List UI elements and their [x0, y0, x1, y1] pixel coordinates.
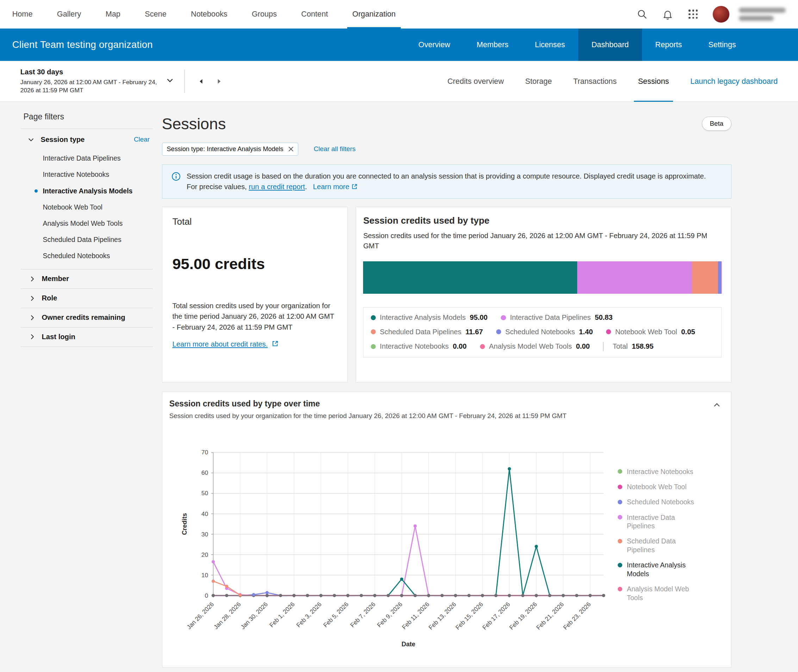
- org-tab-overview[interactable]: Overview: [405, 29, 464, 61]
- legend-value: 0.00: [453, 342, 467, 350]
- legend-dot: [371, 315, 376, 320]
- legend-label: Analysis Model Web Tools: [627, 585, 701, 602]
- legend-value: 50.83: [595, 314, 613, 322]
- close-icon[interactable]: [288, 147, 293, 152]
- nav-scene[interactable]: Scene: [145, 0, 166, 29]
- org-title: Client Team testing organization: [0, 39, 153, 50]
- svg-text:Feb 1, 2026: Feb 1, 2026: [268, 600, 296, 629]
- legend-entry: Analysis Model Web Tools0.00: [480, 342, 590, 350]
- nav-organization[interactable]: Organization: [352, 0, 396, 29]
- total-card-title: Total: [172, 216, 337, 227]
- legend-entry[interactable]: Scheduled Notebooks: [618, 498, 724, 506]
- legend-dot: [496, 329, 501, 334]
- launch-legacy-dashboard-link[interactable]: Launch legacy dashboard: [690, 77, 777, 86]
- legend-dot: [606, 329, 611, 334]
- legend-entry[interactable]: Notebook Web Tool: [618, 483, 724, 491]
- credits-over-time-card: Session credits used by type over time S…: [162, 392, 731, 667]
- clear-session-type-button[interactable]: Clear: [134, 136, 153, 143]
- by-type-legend: Interactive Analysis Models95.00Interact…: [363, 307, 721, 357]
- legend-dot: [371, 329, 376, 334]
- legend-dot: [618, 485, 622, 489]
- tab-credits-overview[interactable]: Credits overview: [447, 61, 504, 102]
- legend-entry: Notebook Web Tool0.05: [606, 328, 695, 336]
- tab-sessions[interactable]: Sessions: [638, 61, 669, 102]
- tab-transactions[interactable]: Transactions: [573, 61, 617, 102]
- user-avatar[interactable]: [712, 6, 730, 23]
- filter-section-label: Role: [42, 294, 57, 302]
- filter-option-scheduled-notebooks[interactable]: Scheduled Notebooks: [21, 248, 153, 264]
- svg-text:70: 70: [201, 449, 208, 456]
- nav-content[interactable]: Content: [301, 0, 328, 29]
- filter-option-scheduled-data-pipelines[interactable]: Scheduled Data Pipelines: [21, 231, 153, 248]
- org-tab-licenses[interactable]: Licenses: [521, 29, 578, 61]
- legend-label: Notebook Web Tool: [615, 328, 677, 336]
- legend-entry: Interactive Notebooks0.00: [371, 342, 467, 350]
- dashboard-tabs: Credits overview Storage Transactions Se…: [447, 61, 777, 102]
- filter-section-session-type[interactable]: Session type Clear: [21, 129, 153, 150]
- org-tabs: Overview Members Licenses Dashboard Repo…: [405, 29, 798, 61]
- filter-option-analysis-model-web-tools[interactable]: Analysis Model Web Tools: [21, 215, 153, 231]
- legend-entry[interactable]: Analysis Model Web Tools: [618, 585, 724, 602]
- legend-entry[interactable]: Interactive Analysis Models: [618, 561, 724, 578]
- by-type-title: Session credits used by type: [363, 215, 724, 226]
- legend-value: 11.67: [465, 328, 483, 336]
- app-launcher-icon[interactable]: [687, 8, 699, 21]
- legend-value: 0.05: [681, 328, 695, 336]
- filter-section-last-login[interactable]: Last login: [21, 328, 153, 347]
- beta-badge: Beta: [702, 117, 731, 131]
- svg-text:Feb 23, 2026: Feb 23, 2026: [562, 600, 592, 631]
- over-time-title: Session credits used by type over time: [170, 399, 724, 408]
- svg-text:Jan 28, 2026: Jan 28, 2026: [212, 600, 242, 630]
- legend-label: Scheduled Notebooks: [627, 498, 701, 506]
- filter-option-interactive-data-pipelines[interactable]: Interactive Data Pipelines: [21, 150, 153, 166]
- previous-period-button[interactable]: [195, 75, 208, 88]
- org-tab-dashboard[interactable]: Dashboard: [578, 29, 642, 61]
- stacked-bar: [363, 261, 721, 294]
- learn-more-link[interactable]: Learn more: [313, 183, 358, 190]
- svg-text:Feb 5, 2026: Feb 5, 2026: [321, 600, 350, 629]
- filter-chip[interactable]: Session type: Interactive Analysis Model…: [162, 142, 299, 156]
- filter-section-member[interactable]: Member: [21, 269, 153, 289]
- legend-entry[interactable]: Interactive Data Pipelines: [618, 513, 724, 530]
- filter-section-role[interactable]: Role: [21, 289, 153, 308]
- tab-storage[interactable]: Storage: [525, 61, 552, 102]
- svg-text:Jan 30, 2026: Jan 30, 2026: [239, 600, 269, 630]
- next-period-button[interactable]: [212, 75, 226, 88]
- chevron-up-icon[interactable]: [713, 401, 721, 409]
- external-link-icon: [272, 340, 278, 347]
- legend-entry[interactable]: Interactive Notebooks: [618, 467, 724, 476]
- notifications-bell-icon[interactable]: [662, 8, 674, 21]
- filter-option-notebook-web-tool[interactable]: Notebook Web Tool: [21, 199, 153, 215]
- legend-entry[interactable]: Scheduled Data Pipelines: [618, 537, 724, 554]
- dashboard-subheader: Last 30 days January 26, 2026 at 12:00 A…: [0, 61, 798, 102]
- org-tab-settings[interactable]: Settings: [695, 29, 749, 61]
- run-credit-report-link[interactable]: run a credit report: [249, 183, 305, 190]
- chevron-right-icon: [29, 275, 35, 282]
- credit-rates-link[interactable]: Learn more about credit rates.: [172, 340, 278, 348]
- legend-label: Interactive Data Pipelines: [510, 314, 590, 322]
- nav-groups[interactable]: Groups: [252, 0, 277, 29]
- svg-text:Feb 21, 2026: Feb 21, 2026: [534, 600, 565, 631]
- svg-text:60: 60: [201, 469, 208, 476]
- svg-text:Feb 7, 2026: Feb 7, 2026: [349, 600, 377, 629]
- filter-section-owner-credits-remaining[interactable]: Owner credits remaining: [21, 308, 153, 328]
- legend-label: Analysis Model Web Tools: [489, 342, 572, 350]
- nav-notebooks[interactable]: Notebooks: [191, 0, 227, 29]
- date-range-selector[interactable]: Last 30 days January 26, 2026 at 12:00 A…: [21, 68, 174, 94]
- filter-option-interactive-analysis-models[interactable]: Interactive Analysis Models: [21, 183, 153, 199]
- legend-entry: Scheduled Notebooks1.40: [496, 328, 593, 336]
- nav-home[interactable]: Home: [12, 0, 33, 29]
- legend-value: 95.00: [470, 314, 488, 322]
- total-credits-card: Total 95.00 credits Total session credit…: [162, 207, 348, 382]
- nav-gallery[interactable]: Gallery: [57, 0, 82, 29]
- org-tab-members[interactable]: Members: [464, 29, 521, 61]
- time-chart-legend: Interactive NotebooksNotebook Web ToolSc…: [618, 467, 724, 602]
- nav-map[interactable]: Map: [106, 0, 120, 29]
- global-nav: Home Gallery Map Scene Notebooks Groups …: [0, 0, 798, 29]
- info-banner: Session credit usage is based on the dur…: [162, 165, 731, 198]
- clear-all-filters-link[interactable]: Clear all filters: [314, 145, 356, 153]
- filter-chip-label: Session type: Interactive Analysis Model…: [167, 146, 283, 153]
- filter-option-interactive-notebooks[interactable]: Interactive Notebooks: [21, 166, 153, 183]
- org-tab-reports[interactable]: Reports: [642, 29, 695, 61]
- search-icon[interactable]: [636, 8, 649, 21]
